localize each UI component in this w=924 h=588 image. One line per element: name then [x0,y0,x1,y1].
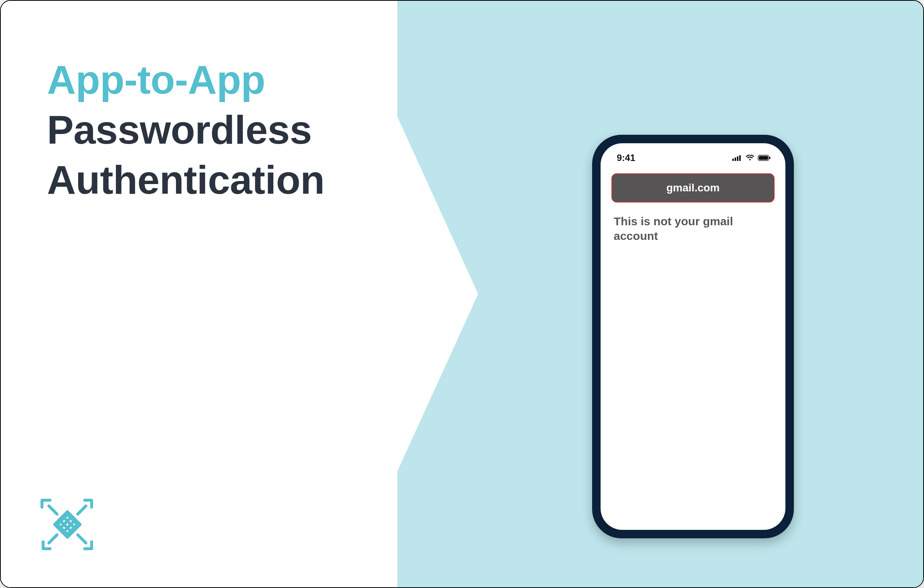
svg-rect-6 [759,156,768,160]
svg-rect-3 [737,156,738,161]
battery-icon [758,155,771,161]
status-time: 9:41 [617,152,635,163]
headline-line-1: App-to-App [47,55,325,105]
status-bar: 9:41 [601,150,785,166]
headline-line-3: Authentication [47,155,325,205]
wifi-icon [745,155,755,161]
svg-rect-4 [739,155,741,161]
headline-line-2: Passwordless [47,105,325,155]
cellular-icon [732,155,742,161]
diagram-canvas: App-to-App Passwordless Authentication [0,0,924,588]
domain-pill[interactable]: gmail.com [611,173,775,203]
svg-rect-1 [732,159,734,161]
phone-screen: 9:41 gmail.com This is not [601,143,785,530]
phone-frame: 9:41 gmail.com This is not [592,135,794,538]
brand-logo-icon [38,496,96,553]
svg-rect-2 [735,157,736,161]
headline: App-to-App Passwordless Authentication [47,55,325,205]
phishing-warning-text: This is not your gmail account [611,214,775,244]
phone-content: gmail.com This is not your gmail account [611,173,775,244]
status-icons [732,155,771,161]
svg-rect-7 [769,157,770,159]
domain-pill-label: gmail.com [666,182,720,194]
